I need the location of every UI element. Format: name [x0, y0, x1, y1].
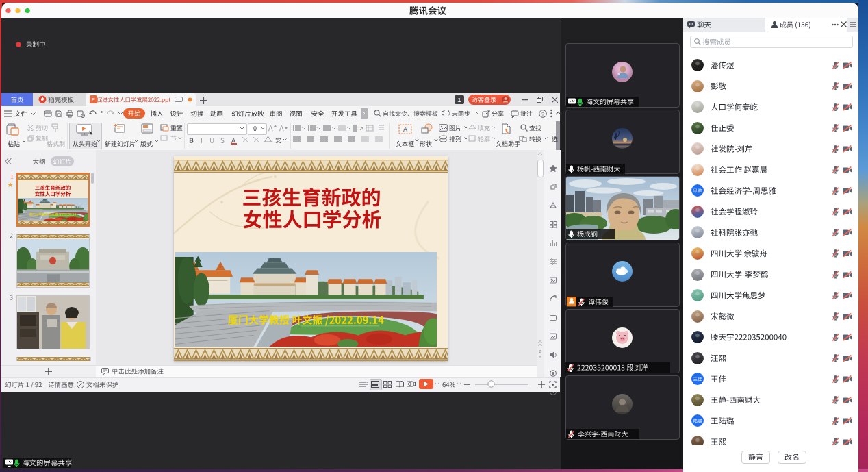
- svg-text:A: A: [403, 126, 407, 133]
- svg-text:A: A: [360, 125, 363, 132]
- svg-text:z: z: [539, 349, 541, 353]
- svg-text:1: 1: [457, 96, 461, 103]
- svg-text:P: P: [92, 97, 95, 103]
- svg-text:?: ?: [541, 111, 545, 117]
